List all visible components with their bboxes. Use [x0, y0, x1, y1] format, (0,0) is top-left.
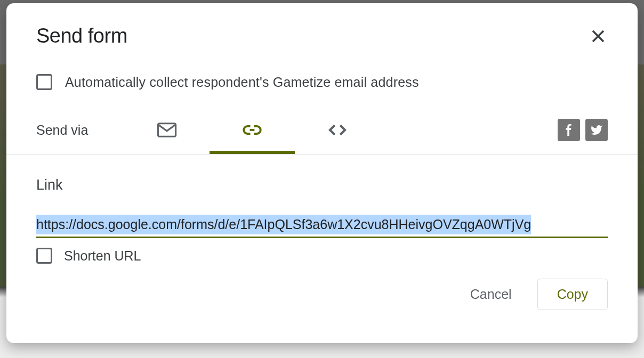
shorten-url-label: Shorten URL	[64, 248, 141, 264]
twitter-share-button[interactable]	[585, 119, 608, 141]
modal-header: Send form	[6, 3, 638, 47]
facebook-share-button[interactable]	[558, 119, 580, 141]
collect-email-row: Automatically collect respondent's Gamet…	[6, 47, 638, 90]
close-button[interactable]	[589, 27, 608, 46]
send-method-tabs	[124, 116, 380, 144]
send-via-label: Send via	[36, 123, 88, 138]
email-icon	[156, 119, 178, 141]
send-form-modal: Send form Automatically collect responde…	[6, 3, 638, 343]
twitter-icon	[590, 124, 603, 136]
collect-email-checkbox[interactable]	[36, 74, 52, 90]
social-share-group	[558, 119, 608, 141]
collect-email-label: Automatically collect respondent's Gamet…	[65, 75, 419, 90]
modal-title: Send form	[36, 25, 127, 47]
send-via-link-tab[interactable]	[210, 116, 295, 144]
copy-button[interactable]: Copy	[537, 279, 608, 310]
send-via-embed-tab[interactable]	[295, 116, 380, 144]
cancel-button[interactable]: Cancel	[461, 280, 521, 308]
shorten-url-checkbox[interactable]	[36, 248, 52, 264]
send-via-email-tab[interactable]	[124, 116, 210, 144]
close-icon	[590, 28, 606, 44]
shorten-url-row: Shorten URL	[36, 248, 608, 264]
facebook-icon	[563, 124, 575, 136]
embed-icon	[326, 119, 349, 141]
link-section: Link https://docs.google.com/forms/d/e/1…	[6, 154, 638, 264]
link-url-input[interactable]	[36, 215, 608, 238]
link-section-label: Link	[36, 177, 608, 193]
link-icon	[241, 119, 263, 141]
link-field-wrapper: https://docs.google.com/forms/d/e/1FAIpQ…	[36, 215, 608, 238]
send-via-row: Send via	[6, 90, 638, 154]
modal-footer: Cancel Copy	[6, 269, 638, 326]
